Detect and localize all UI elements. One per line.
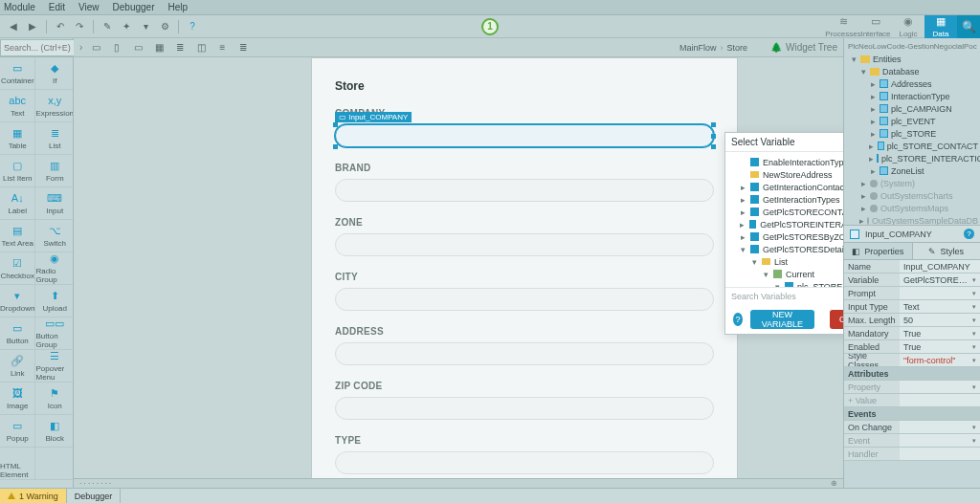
field-input-company[interactable]: ▭ Input_COMPANY [335,124,714,147]
prop-value[interactable]: 50▾ [900,314,980,326]
tool-popup[interactable]: ▭Popup [0,415,35,448]
prop-value[interactable]: ▾ [900,434,980,447]
publish-badge[interactable]: 1 [481,18,499,35]
dialog-tree[interactable]: EnableInteractionTypeEditDropdownNewStor… [725,152,843,288]
outline-icon[interactable]: ◫ [193,40,209,55]
gear-icon[interactable]: ⚙ [157,19,172,34]
dialog-search-input[interactable]: Search Variables [725,288,843,305]
tool-upload[interactable]: ⬆Upload [35,285,73,317]
tree-node[interactable]: ▸GetPlcSTORECONTACTSByStoreID [731,206,843,218]
breadcrumb-root[interactable]: MainFlow [679,43,717,53]
tree-node[interactable]: ▸GetInteractionContactNameList [731,181,843,193]
data-tree-node[interactable]: ▸(System) [848,177,978,189]
back-icon[interactable]: ◀ [6,19,21,34]
brush-icon[interactable]: ✎ [100,19,115,34]
tree-node[interactable]: EnableInteractionTypeEditDropdown [731,156,843,168]
align-left-icon[interactable]: ≡ [214,40,230,55]
menu-debugger[interactable]: Debugger [113,2,155,12]
data-tree-node[interactable]: ▸plc_EVENT [848,115,978,127]
data-tree-node[interactable]: ▸OutSystemsCharts [848,189,978,202]
status-warning[interactable]: 1 Warning [0,489,67,503]
tree-node[interactable]: ▾List [731,255,843,268]
prop-value[interactable]: Text▾ [900,300,980,313]
tree-node[interactable]: ▸GetPlcSTORESByZONE [731,230,843,243]
align-center-icon[interactable]: ≣ [235,40,251,55]
tool-text-area[interactable]: ▤Text Area [0,220,35,252]
tool-html-element[interactable]: HTML Element [0,448,35,480]
data-tree-node[interactable]: ▸plc_STORE [848,127,978,140]
data-tree-node[interactable]: ▸plc_STORE_CONTACT [848,140,978,152]
tool-text[interactable]: abcText [0,90,35,122]
field-input-city[interactable] [335,288,714,311]
status-debugger[interactable]: Debugger [67,489,122,503]
prop-value[interactable]: True▾ [900,327,980,339]
tab-interface[interactable]: ▭Interface [859,15,892,38]
prop-value[interactable]: ▾ [900,287,980,299]
data-tree-node[interactable]: ▸InteractionType [848,90,978,102]
expand-right-icon[interactable]: › [79,42,82,53]
tab-styles[interactable]: ✎ Styles [913,243,981,259]
dialog-ok-button[interactable]: OK [830,310,843,329]
data-tree-node[interactable]: ▸OutSystemsMaps [848,202,978,214]
help-icon[interactable]: ? [185,19,200,34]
prop-value[interactable]: "form-control"▾ [900,354,980,366]
tool-list-item[interactable]: ▢List Item [0,155,35,187]
data-tree[interactable]: PlcNeoLowCode-GestionNegocialPoc▾Entitie… [844,38,980,226]
prop-value[interactable]: Input_COMPANY [900,260,980,273]
tab-processes[interactable]: ≋Processes [827,15,859,38]
data-tree-node[interactable]: ▾Entities [848,53,978,65]
tool-expression[interactable]: x,yExpression [35,90,73,122]
undo-icon[interactable]: ↶ [53,19,68,34]
tool-label[interactable]: A↓Label [0,187,35,220]
prop-value[interactable] [900,448,980,460]
prop-value[interactable]: ▾ [900,421,980,433]
eye-icon[interactable]: ▾ [138,19,153,34]
tool-radio-group[interactable]: ◉Radio Group [35,252,73,285]
menu-module[interactable]: Module [4,2,35,12]
device-icon[interactable]: ▭ [88,40,103,55]
zoom-indicator[interactable]: ⊕ [831,479,837,488]
dialog-new-variable-button[interactable]: NEW VARIABLE [750,310,814,329]
tool-container[interactable]: ▭Container [0,57,35,90]
field-input-type[interactable] [335,451,714,474]
element-help-icon[interactable]: ? [964,229,974,239]
widget-tree-toggle[interactable]: 🌲 Widget Tree [770,42,837,53]
menu-edit[interactable]: Edit [49,2,65,12]
tool-checkbox[interactable]: ☑Checkbox [0,252,35,285]
grid-icon[interactable]: ▦ [151,40,167,55]
tree-node[interactable]: ▸GetInteractionTypes [731,193,843,206]
prop-value[interactable] [900,394,980,406]
tool-image[interactable]: 🖼Image [0,383,35,415]
phone-icon[interactable]: ▯ [109,40,124,55]
tool-if[interactable]: ◆If [35,57,73,90]
menu-view[interactable]: View [78,2,100,12]
field-input-address[interactable] [335,342,714,365]
tool-input[interactable]: ⌨Input [35,187,73,220]
tool-icon[interactable]: ⚑Icon [35,383,73,415]
tool-button-group[interactable]: ▭▭Button Group [35,317,73,350]
prop-value[interactable]: True▾ [900,340,980,353]
data-tree-node[interactable]: ▸plc_CAMPAIGN [848,102,978,115]
rulers-icon[interactable]: ≣ [172,40,188,55]
prop-value[interactable]: GetPlcSTORESDetails.List.Curre▾ [900,273,980,286]
data-tree-node[interactable]: ▾Database [848,65,978,77]
tab-properties[interactable]: ◧ Properties [844,243,913,259]
dialog-help-icon[interactable]: ? [733,313,743,326]
field-input-brand[interactable] [335,179,714,202]
tree-node[interactable]: ▾Current [731,268,843,280]
data-tree-node[interactable]: ▸ZoneList [848,164,978,177]
tool-link[interactable]: 🔗Link [0,350,35,383]
field-input-zone[interactable] [335,233,714,256]
global-search-button[interactable]: 🔍 [957,15,980,38]
data-tree-node[interactable]: ▸plc_STORE_INTERACTION [848,152,978,164]
tool-dropdown[interactable]: ▾Dropdown [0,285,35,317]
tab-logic[interactable]: ◉Logic [892,15,924,38]
tree-node[interactable]: NewStoreAddress [731,168,843,181]
data-tree-node[interactable]: ▸Addresses [848,77,978,90]
tablet-icon[interactable]: ▭ [130,40,145,55]
tree-node[interactable]: ▾plc_STORE [731,280,843,288]
tab-data[interactable]: ▦Data [924,15,957,38]
tool-button[interactable]: ▭Button [0,317,35,350]
forward-icon[interactable]: ▶ [25,19,40,34]
redo-icon[interactable]: ↷ [72,19,87,34]
